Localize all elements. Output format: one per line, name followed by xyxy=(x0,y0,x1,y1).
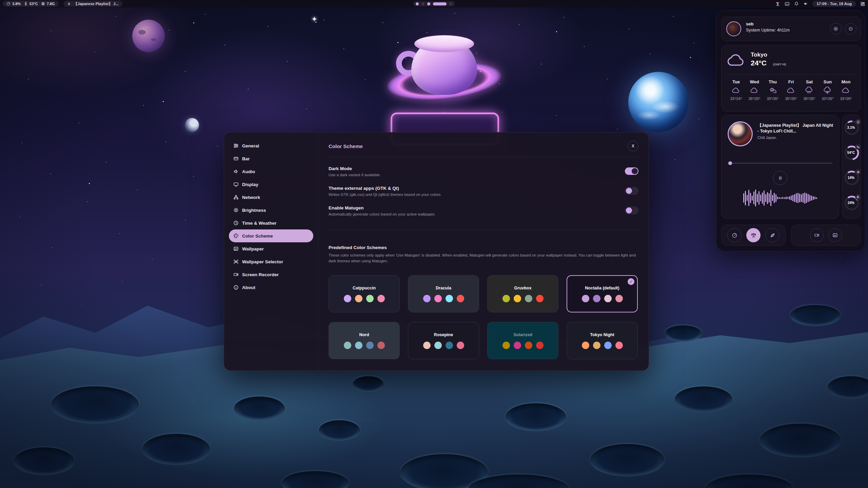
sidebar-label: General xyxy=(242,143,259,148)
pause-icon xyxy=(67,2,71,6)
visualizer-bar xyxy=(797,193,798,203)
video-icon xyxy=(233,272,239,277)
sidebar-label: Wallpaper xyxy=(242,246,264,251)
sidebar-item-general[interactable]: General xyxy=(229,139,313,152)
wallpaper-tray-icon[interactable] xyxy=(785,1,790,6)
crater xyxy=(505,403,566,431)
speaker-icon[interactable] xyxy=(803,1,808,6)
sidebar-item-color-scheme[interactable]: Color Scheme xyxy=(229,229,313,242)
performance-profile-button[interactable] xyxy=(727,228,742,242)
visualizer-bar xyxy=(794,194,795,202)
sidebar-label: Network xyxy=(242,195,260,200)
scheme-card-noctalia-selected[interactable]: ✓ Noctalia (default) xyxy=(567,275,638,312)
setting-row-dark-mode: Dark Mode Use a dark variant if availabl… xyxy=(329,166,638,177)
power-icon xyxy=(848,26,853,32)
sidebar-label: Audio xyxy=(242,169,255,174)
scheme-card-gruvbox[interactable]: Gruvbox xyxy=(487,275,558,312)
monitor-icon xyxy=(233,182,239,187)
color-dot xyxy=(423,295,431,302)
color-dot xyxy=(525,295,532,302)
scheme-name: Gruvbox xyxy=(514,286,531,290)
bell-icon[interactable] xyxy=(794,1,799,6)
crater xyxy=(675,386,732,412)
scheme-card-rosepine[interactable]: Rosepine xyxy=(408,322,479,359)
workspace-indicator[interactable] xyxy=(413,1,455,6)
sidebar-item-audio[interactable]: Audio xyxy=(229,165,313,178)
sidebar-item-brightness[interactable]: Brightness xyxy=(229,204,313,217)
sidebar-item-time-weather[interactable]: Time & Weather xyxy=(229,217,313,229)
visualizer-bar xyxy=(775,194,776,202)
power-saver-profile-button[interactable] xyxy=(765,228,780,242)
settings-button[interactable] xyxy=(830,23,842,35)
album-art[interactable] xyxy=(728,121,753,146)
day-name: Thu xyxy=(769,79,777,84)
power-button[interactable] xyxy=(845,23,856,35)
sidebar-item-network[interactable]: Network xyxy=(229,191,313,204)
crater xyxy=(142,434,210,465)
wallpaper-moonlet xyxy=(185,118,199,132)
crater xyxy=(234,396,285,420)
visualizer-bar xyxy=(811,196,812,201)
visualizer-bar xyxy=(753,191,754,204)
system-uptime: System Uptime: 4h11m xyxy=(746,28,790,33)
sidebar-label: Time & Weather xyxy=(242,221,277,226)
wallpaper-button[interactable] xyxy=(828,228,842,242)
workspace-dot-on[interactable] xyxy=(427,2,430,5)
scheme-card-solarized[interactable]: Solarized xyxy=(487,322,558,359)
username: seb xyxy=(746,21,753,26)
scheme-card-nord[interactable]: Nord xyxy=(329,322,400,359)
balanced-profile-button[interactable] xyxy=(746,228,761,242)
apps-grid-icon[interactable] xyxy=(860,1,865,6)
sidebar-item-bar[interactable]: Bar xyxy=(229,152,313,165)
workspace-dot-on[interactable] xyxy=(416,2,419,5)
scheme-card-tokyo-night[interactable]: Tokyo Night xyxy=(567,322,638,359)
pause-button[interactable] xyxy=(773,171,787,185)
tray-app-icon[interactable] xyxy=(775,1,780,6)
cpu-usage: 3.8% xyxy=(6,2,21,6)
weather-card: Tokyo 24°C (GMT+9) Tue 33°/24° Wed 35°/2… xyxy=(721,45,861,111)
cpu-temp: 53°C xyxy=(24,2,38,6)
forecast-day: Sat 36°/26° xyxy=(801,79,818,101)
day-name: Mon xyxy=(842,79,851,84)
sidebar-item-display[interactable]: Display xyxy=(229,178,313,191)
color-dot xyxy=(502,295,510,302)
system-stats-pill[interactable]: 3.8% 53°C 7.8G xyxy=(3,1,59,7)
scheme-card-catppuccin[interactable]: Catppuccin xyxy=(329,275,400,312)
chip-icon xyxy=(41,2,45,6)
visualizer-bar xyxy=(758,191,760,205)
theme-external-toggle[interactable] xyxy=(625,187,638,195)
color-dot xyxy=(423,342,431,349)
setting-row-matugen: Enable Matugen Automatically generate co… xyxy=(329,205,638,216)
media-title: 【Japanese Playlist】 Japan All Night - To… xyxy=(757,123,834,134)
media-pill[interactable]: 【Japanese Playlist】 J... xyxy=(63,1,122,7)
sidebar-item-about[interactable]: About xyxy=(229,281,313,294)
gauge-icon xyxy=(732,232,737,238)
clock[interactable]: 17:09 - Tue, 19 Aug xyxy=(812,1,856,7)
temperature-gauge: 54°C xyxy=(844,145,860,161)
progress-handle[interactable] xyxy=(728,161,732,165)
matugen-toggle[interactable] xyxy=(625,207,638,214)
setting-row-theme-external: Theme external apps (GTK & Qt) Writes GT… xyxy=(329,186,638,197)
workspace-dot-off[interactable] xyxy=(449,2,452,5)
cloud-icon xyxy=(750,87,759,94)
section-desc: These color schemes only apply when 'Use… xyxy=(329,252,638,264)
dark-mode-toggle[interactable] xyxy=(625,167,638,175)
visualizer-bar xyxy=(816,197,817,199)
user-card: seb System Uptime: 4h11m xyxy=(721,17,861,41)
forecast-day: Thu 33°/26° xyxy=(764,79,781,101)
screen-record-button[interactable] xyxy=(810,228,824,242)
leaf-icon xyxy=(770,232,775,238)
scheme-name: Tokyo Night xyxy=(590,332,614,337)
workspace-pill-on[interactable] xyxy=(433,2,447,5)
workspace-dot-off[interactable] xyxy=(421,2,425,5)
color-dot xyxy=(446,295,453,302)
wallpaper-earth xyxy=(628,72,689,132)
scheme-card-dracula[interactable]: Dracula xyxy=(408,275,479,312)
media-progress-bar[interactable] xyxy=(728,163,833,164)
day-temps: 35°/25° xyxy=(749,97,761,101)
sidebar-item-screen-recorder[interactable]: Screen Recorder xyxy=(229,268,313,281)
sidebar-item-wallpaper-selector[interactable]: Wallpaper Selector xyxy=(229,255,313,268)
visualizer-bar xyxy=(814,197,815,199)
close-button[interactable]: X xyxy=(628,141,638,151)
sidebar-item-wallpaper[interactable]: Wallpaper xyxy=(229,242,313,255)
